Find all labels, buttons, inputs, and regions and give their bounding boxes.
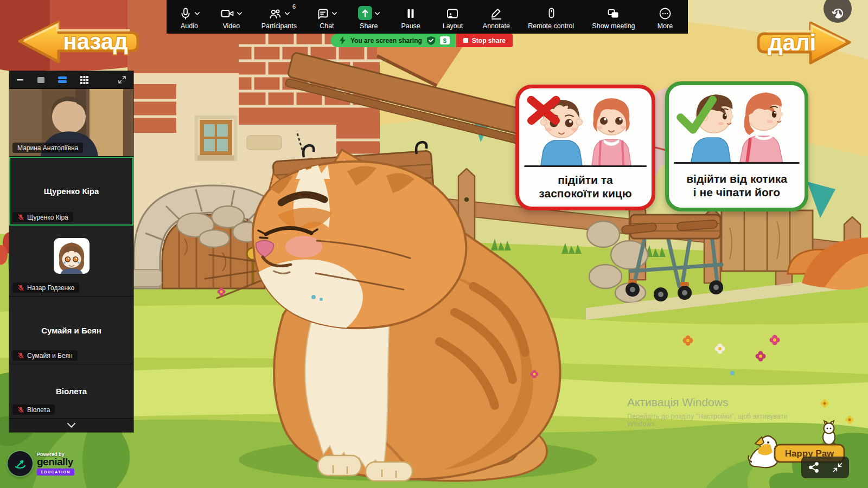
participant-name: Сумайя и Беян (27, 352, 73, 359)
expand-panel-icon[interactable] (118, 75, 126, 84)
panel-collapse-button[interactable] (9, 418, 133, 432)
genially-controls (801, 457, 849, 478)
exit-fullscreen-icon[interactable] (832, 462, 843, 473)
muted-mic-icon (17, 214, 24, 221)
chevron-down-icon[interactable] (332, 12, 337, 15)
toolbar-item-participants[interactable]: 6 Participants (261, 4, 297, 30)
annotate-pencil-icon (490, 7, 503, 20)
card-caption-line: і не чіпати його (693, 186, 780, 200)
participant-name-pill: Віолета (12, 404, 55, 415)
sharing-message: You are screen sharing (350, 37, 422, 44)
card-caption: підійти та заспокоїти кицю (519, 167, 652, 207)
card-caption-line: підійти та (558, 174, 613, 187)
chevron-down-icon[interactable] (375, 12, 380, 15)
participant-tile-active[interactable]: Щуренко Кіра Щуренко Кіра (9, 156, 133, 226)
share-screen-icon (358, 6, 372, 20)
pause-icon (404, 7, 417, 20)
toolbar-item-label: Chat (320, 22, 334, 30)
toolbar-item-label: More (658, 22, 673, 30)
avatar (54, 238, 90, 276)
participant-name-pill: Назар Годзенко (12, 282, 79, 293)
toolbar-item-label: Annotate (483, 22, 510, 30)
toolbar-item-chat[interactable]: Chat (315, 4, 339, 30)
participant-name-pill: Щуренко Кіра (12, 212, 73, 222)
choice-card-walk-away[interactable]: відійти від котика і не чіпати його (665, 81, 808, 211)
gallery-view-icon[interactable] (80, 76, 88, 84)
dollar-icon[interactable]: $ (440, 36, 450, 44)
muted-mic-icon (17, 284, 24, 291)
back-button-label: назад (63, 29, 128, 54)
chat-bubble-icon (316, 7, 329, 20)
thumbnail-view-icon[interactable] (37, 76, 44, 84)
card-caption-line: відійти від котика (686, 172, 787, 186)
toolbar-item-pause[interactable]: Pause (399, 4, 423, 30)
sharing-status: You are screen sharing $ (331, 34, 455, 47)
more-ellipsis-icon (659, 7, 672, 20)
chevron-down-icon[interactable] (195, 12, 200, 15)
children-illustration (669, 85, 805, 162)
participant-name: Назар Годзенко (27, 284, 74, 292)
participant-name: Марина Анатоліївна (17, 144, 78, 152)
participant-name: Віолета (27, 406, 50, 414)
toolbar-item-audio[interactable]: Audio (177, 4, 201, 30)
genially-icon (8, 451, 33, 476)
stop-square-icon (463, 38, 468, 43)
microphone-icon (179, 7, 192, 20)
participants-panel: Марина Анатоліївна Щуренко Кіра Щуренко … (9, 71, 133, 432)
participant-tile[interactable]: Сумайя и Беян Сумайя и Беян (9, 296, 133, 364)
show-meeting-icon (607, 7, 620, 20)
muted-mic-icon (17, 406, 24, 413)
toolbar-item-label: Participants (261, 22, 297, 30)
toolbar-item-label: Video (222, 22, 240, 30)
toolbar-item-label: Pause (401, 22, 420, 30)
toolbar-item-video[interactable]: Video (219, 4, 243, 30)
chevron-down-icon[interactable] (237, 12, 242, 15)
chevron-down-icon (67, 423, 75, 428)
participant-name-pill: Марина Анатоліївна (12, 143, 83, 153)
participants-icon (269, 7, 282, 20)
share-nodes-icon[interactable] (808, 461, 820, 473)
back-button[interactable]: назад (14, 16, 143, 67)
toolbar-item-label: Show meeting (592, 22, 635, 30)
toolbar-item-remote-control[interactable]: Remote control (528, 4, 574, 30)
education-badge: EDUCATION (37, 468, 74, 476)
toolbar-item-label: Remote control (528, 22, 574, 30)
genially-wordmark: genially (37, 457, 74, 467)
toolbar-item-annotate[interactable]: Annotate (483, 4, 510, 30)
participants-count-badge: 6 (292, 3, 296, 10)
choice-card-approach-cat[interactable]: підійти та заспокоїти кицю (515, 85, 655, 210)
toolbar-item-label: Layout (443, 22, 463, 30)
screen-sharing-banner: You are screen sharing $ Stop share (331, 34, 513, 47)
children-illustration (519, 88, 652, 165)
card-caption-line: заспокоїти кицю (539, 187, 631, 201)
toolbar-item-more[interactable]: More (653, 4, 677, 30)
toolbar-item-label: Share (360, 22, 378, 30)
stop-share-label: Stop share (472, 37, 506, 44)
watermark-title: Активація Windows (627, 396, 787, 409)
toolbar-item-share[interactable]: Share (357, 4, 381, 30)
lightning-icon (340, 36, 346, 44)
zoom-toolbar: Audio Video 6 Participants Chat Share Pa… (167, 0, 688, 34)
remote-control-icon (545, 7, 558, 20)
toolbar-item-show-meeting[interactable]: Show meeting (592, 4, 635, 30)
participant-name: Щуренко Кіра (27, 214, 68, 221)
participant-tile-video[interactable]: Марина Анатоліївна (9, 88, 133, 156)
minimize-icon[interactable] (16, 76, 24, 84)
participant-name-pill: Сумайя и Беян (12, 350, 78, 361)
muted-mic-icon (17, 352, 24, 359)
video-camera-icon (220, 7, 234, 20)
toolbar-item-layout[interactable]: Layout (441, 4, 464, 30)
participant-tile[interactable]: Віолета Віолета (9, 364, 133, 418)
panel-header (9, 71, 133, 88)
shield-check-icon (427, 36, 435, 45)
next-button-label: далі (768, 30, 816, 55)
stop-share-button[interactable]: Stop share (456, 34, 513, 47)
next-button[interactable]: далі (752, 17, 855, 68)
screen: назад далі підійти та заспокоїти кицю (0, 0, 868, 488)
speaker-view-icon[interactable] (58, 76, 67, 84)
card-caption: відійти від котика і не чіпати його (669, 164, 805, 208)
chevron-down-icon[interactable] (285, 12, 290, 15)
participant-tile-avatar[interactable]: Назар Годзенко (9, 226, 133, 296)
genially-logo[interactable]: Powered by genially EDUCATION (8, 451, 74, 476)
layout-icon (446, 7, 459, 20)
